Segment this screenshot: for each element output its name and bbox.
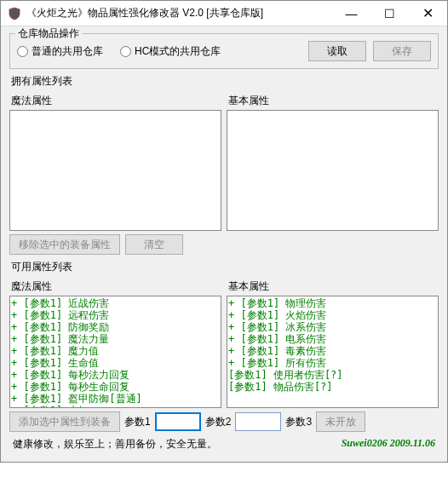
close-button[interactable]: ✕ xyxy=(409,1,447,26)
avail-magic-col: 魔法属性 + [参数1] 近战伤害+ [参数1] 远程伤害+ [参数1] 防御奖… xyxy=(9,278,221,408)
app-window: 《火炬之光》物品属性强化修改器 V2.0 [共享仓库版] — ☐ ✕ 仓库物品操… xyxy=(0,0,448,463)
param1-input[interactable] xyxy=(155,412,201,431)
save-button[interactable]: 保存 xyxy=(373,41,431,61)
list-item[interactable]: + [参数1] 每秒生命回复 xyxy=(11,381,220,393)
param2-label: 参数2 xyxy=(205,415,232,429)
list-item[interactable]: + [参数1] 未知 xyxy=(11,405,220,408)
param-row: 添加选中属性到装备 参数1 参数2 参数3 未开放 xyxy=(9,411,439,432)
avail-basic-head: 基本属性 xyxy=(227,278,439,296)
list-item[interactable]: + [参数1] 所有伤害 xyxy=(228,357,437,369)
list-item[interactable]: + [参数1] 每秒法力回复 xyxy=(11,369,220,381)
avail-magic-list[interactable]: + [参数1] 近战伤害+ [参数1] 远程伤害+ [参数1] 防御奖励+ [参… xyxy=(9,296,221,408)
content: 仓库物品操作 普通的共用仓库 HC模式的共用仓库 读取 保存 拥有属性列表 魔法… xyxy=(1,26,447,462)
minimize-button[interactable]: — xyxy=(332,1,370,26)
app-icon xyxy=(8,7,21,20)
list-item[interactable]: + [参数1] 远程伤害 xyxy=(11,309,220,321)
store-group-title: 仓库物品操作 xyxy=(15,26,82,41)
footer: 健康修改，娱乐至上；善用备份，安全无量。 Suwei0206 2009.11.0… xyxy=(9,432,439,453)
list-item[interactable]: + [参数1] 生命值 xyxy=(11,357,220,369)
avail-lists: 魔法属性 + [参数1] 近战伤害+ [参数1] 远程伤害+ [参数1] 防御奖… xyxy=(9,278,439,408)
radio-normal-label: 普通的共用仓库 xyxy=(32,44,103,59)
clear-button[interactable]: 清空 xyxy=(125,234,183,255)
param2-input[interactable] xyxy=(235,412,281,431)
footer-credit: Suwei0206 2009.11.06 xyxy=(342,437,435,452)
owned-magic-list[interactable] xyxy=(9,110,221,231)
list-item[interactable]: + [参数1] 近战伤害 xyxy=(11,297,220,309)
remove-attr-button[interactable]: 移除选中的装备属性 xyxy=(9,234,120,255)
list-item[interactable]: [参数1] 使用者伤害[?] xyxy=(228,369,437,381)
footer-note: 健康修改，娱乐至上；善用备份，安全无量。 xyxy=(13,437,217,452)
window-controls: — ☐ ✕ xyxy=(332,1,447,26)
list-item[interactable]: + [参数1] 毒素伤害 xyxy=(228,345,437,357)
list-item[interactable]: + [参数1] 魔法力量 xyxy=(11,333,220,345)
owned-lists: 魔法属性 基本属性 xyxy=(9,92,439,231)
owned-basic-col: 基本属性 xyxy=(227,92,439,231)
avail-basic-col: 基本属性 + [参数1] 物理伤害+ [参数1] 火焰伤害+ [参数1] 冰系伤… xyxy=(227,278,439,408)
store-groupbox: 仓库物品操作 普通的共用仓库 HC模式的共用仓库 读取 保存 xyxy=(9,33,439,69)
list-item[interactable]: + [参数1] 冰系伤害 xyxy=(228,321,437,333)
owned-btnrow: 移除选中的装备属性 清空 xyxy=(9,234,439,255)
param3-label: 参数3 xyxy=(285,415,312,429)
titlebar: 《火炬之光》物品属性强化修改器 V2.0 [共享仓库版] — ☐ ✕ xyxy=(1,1,447,26)
list-item[interactable]: + [参数1] 物理伤害 xyxy=(228,297,437,309)
radio-hc-wrap[interactable]: HC模式的共用仓库 xyxy=(120,44,221,59)
owned-basic-head: 基本属性 xyxy=(227,92,439,110)
add-attr-button[interactable]: 添加选中属性到装备 xyxy=(9,411,120,432)
radio-normal[interactable] xyxy=(17,46,28,57)
maximize-button[interactable]: ☐ xyxy=(370,1,409,26)
list-item[interactable]: + [参数1] 盔甲防御[普通] xyxy=(11,393,220,405)
list-item[interactable]: + [参数1] 电系伤害 xyxy=(228,333,437,345)
owned-magic-col: 魔法属性 xyxy=(9,92,221,231)
avail-magic-head: 魔法属性 xyxy=(9,278,221,296)
radio-normal-wrap[interactable]: 普通的共用仓库 xyxy=(17,44,103,59)
read-button[interactable]: 读取 xyxy=(308,41,366,61)
avail-title: 可用属性列表 xyxy=(11,260,439,274)
store-row: 普通的共用仓库 HC模式的共用仓库 读取 保存 xyxy=(17,41,431,61)
param3-button[interactable]: 未开放 xyxy=(316,411,365,432)
owned-magic-head: 魔法属性 xyxy=(9,92,221,110)
list-item[interactable]: + [参数1] 魔力值 xyxy=(11,345,220,357)
owned-basic-list[interactable] xyxy=(227,110,439,231)
list-item[interactable]: + [参数1] 防御奖励 xyxy=(11,321,220,333)
radio-hc[interactable] xyxy=(120,46,131,57)
param1-label: 参数1 xyxy=(124,415,151,429)
list-item[interactable]: [参数1] 物品伤害[?] xyxy=(228,381,437,393)
window-title: 《火炬之光》物品属性强化修改器 V2.0 [共享仓库版] xyxy=(26,6,332,20)
avail-basic-list[interactable]: + [参数1] 物理伤害+ [参数1] 火焰伤害+ [参数1] 冰系伤害+ [参… xyxy=(227,296,439,408)
list-item[interactable]: + [参数1] 火焰伤害 xyxy=(228,309,437,321)
radio-hc-label: HC模式的共用仓库 xyxy=(135,44,221,59)
owned-title: 拥有属性列表 xyxy=(11,74,439,89)
